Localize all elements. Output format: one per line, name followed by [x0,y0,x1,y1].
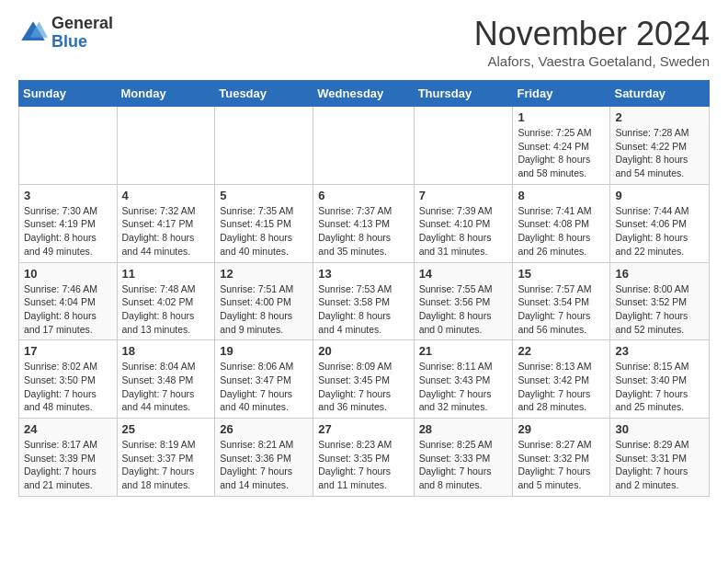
day-info: Sunrise: 8:25 AMSunset: 3:33 PMDaylight:… [419,438,508,492]
day-info: Sunrise: 8:15 AMSunset: 3:40 PMDaylight:… [615,360,704,414]
logo-blue-text: Blue [51,32,87,51]
day-info: Sunrise: 8:21 AMSunset: 3:36 PMDaylight:… [220,438,308,492]
day-cell: 22Sunrise: 8:13 AMSunset: 3:42 PMDayligh… [513,340,610,419]
day-number: 9 [615,189,704,202]
day-info: Sunrise: 7:30 AMSunset: 4:19 PMDaylight:… [24,204,112,259]
day-cell: 17Sunrise: 8:02 AMSunset: 3:50 PMDayligh… [19,340,118,419]
day-number: 3 [24,189,112,202]
day-cell: 9Sunrise: 7:44 AMSunset: 4:06 PMDaylight… [610,184,710,262]
day-cell: 20Sunrise: 8:09 AMSunset: 3:45 PMDayligh… [313,340,414,419]
day-number: 24 [24,422,112,436]
day-cell: 23Sunrise: 8:15 AMSunset: 3:40 PMDayligh… [610,340,710,419]
col-thursday: Thursday [414,81,513,107]
day-info: Sunrise: 7:32 AMSunset: 4:17 PMDaylight:… [122,204,210,259]
day-cell: 21Sunrise: 8:11 AMSunset: 3:43 PMDayligh… [414,340,513,419]
day-number: 21 [419,344,508,358]
day-info: Sunrise: 8:00 AMSunset: 3:52 PMDaylight:… [615,282,704,337]
day-number: 28 [419,422,508,436]
day-cell [117,107,215,185]
header: General Blue November 2024 Alafors, Vaes… [18,15,710,69]
day-number: 22 [518,344,605,358]
day-number: 2 [615,110,704,124]
day-info: Sunrise: 7:46 AMSunset: 4:04 PMDaylight:… [24,282,112,337]
week-row-2: 10Sunrise: 7:46 AMSunset: 4:04 PMDayligh… [19,262,710,340]
day-number: 11 [122,267,210,281]
day-info: Sunrise: 8:11 AMSunset: 3:43 PMDaylight:… [419,360,508,414]
day-info: Sunrise: 8:19 AMSunset: 3:37 PMDaylight:… [122,438,210,492]
day-cell: 3Sunrise: 7:30 AMSunset: 4:19 PMDaylight… [19,184,118,262]
day-info: Sunrise: 8:09 AMSunset: 3:45 PMDaylight:… [318,360,408,414]
day-info: Sunrise: 8:23 AMSunset: 3:35 PMDaylight:… [318,438,408,492]
day-cell [19,107,118,185]
day-info: Sunrise: 8:04 AMSunset: 3:48 PMDaylight:… [122,360,210,414]
day-info: Sunrise: 7:35 AMSunset: 4:15 PMDaylight:… [220,204,308,259]
month-title: November 2024 [474,15,710,53]
week-row-4: 24Sunrise: 8:17 AMSunset: 3:39 PMDayligh… [19,419,710,497]
day-cell: 7Sunrise: 7:39 AMSunset: 4:10 PMDaylight… [414,184,513,262]
day-cell: 25Sunrise: 8:19 AMSunset: 3:37 PMDayligh… [117,419,215,497]
day-cell: 28Sunrise: 8:25 AMSunset: 3:33 PMDayligh… [414,419,513,497]
day-info: Sunrise: 7:28 AMSunset: 4:22 PMDaylight:… [615,126,704,180]
day-info: Sunrise: 7:44 AMSunset: 4:06 PMDaylight:… [615,204,704,259]
day-number: 17 [24,344,112,358]
location: Alafors, Vaestra Goetaland, Sweden [474,53,710,69]
day-number: 10 [24,267,112,281]
logo: General Blue [18,15,113,52]
day-cell: 16Sunrise: 8:00 AMSunset: 3:52 PMDayligh… [610,262,710,340]
day-cell: 13Sunrise: 7:53 AMSunset: 3:58 PMDayligh… [313,262,414,340]
day-number: 4 [122,189,210,202]
day-cell: 2Sunrise: 7:28 AMSunset: 4:22 PMDaylight… [610,107,710,185]
col-wednesday: Wednesday [313,81,414,107]
day-cell: 6Sunrise: 7:37 AMSunset: 4:13 PMDaylight… [313,184,414,262]
day-number: 30 [615,422,704,436]
page: General Blue November 2024 Alafors, Vaes… [0,0,728,511]
day-cell: 1Sunrise: 7:25 AMSunset: 4:24 PMDaylight… [513,107,610,185]
day-info: Sunrise: 7:55 AMSunset: 3:56 PMDaylight:… [419,282,508,337]
day-number: 29 [518,422,605,436]
day-info: Sunrise: 8:13 AMSunset: 3:42 PMDaylight:… [518,360,605,414]
day-cell: 24Sunrise: 8:17 AMSunset: 3:39 PMDayligh… [19,419,118,497]
day-cell: 30Sunrise: 8:29 AMSunset: 3:31 PMDayligh… [610,419,710,497]
day-number: 23 [615,344,704,358]
day-cell [215,107,313,185]
day-cell: 5Sunrise: 7:35 AMSunset: 4:15 PMDaylight… [215,184,313,262]
day-number: 12 [220,267,308,281]
day-cell: 12Sunrise: 7:51 AMSunset: 4:00 PMDayligh… [215,262,313,340]
day-cell: 26Sunrise: 8:21 AMSunset: 3:36 PMDayligh… [215,419,313,497]
day-info: Sunrise: 7:25 AMSunset: 4:24 PMDaylight:… [518,126,605,180]
day-info: Sunrise: 8:27 AMSunset: 3:32 PMDaylight:… [518,438,605,492]
day-info: Sunrise: 8:02 AMSunset: 3:50 PMDaylight:… [24,360,112,414]
day-cell: 14Sunrise: 7:55 AMSunset: 3:56 PMDayligh… [414,262,513,340]
day-cell: 4Sunrise: 7:32 AMSunset: 4:17 PMDaylight… [117,184,215,262]
day-info: Sunrise: 7:39 AMSunset: 4:10 PMDaylight:… [419,204,508,259]
day-info: Sunrise: 8:06 AMSunset: 3:47 PMDaylight:… [220,360,308,414]
day-info: Sunrise: 7:37 AMSunset: 4:13 PMDaylight:… [318,204,408,259]
week-row-3: 17Sunrise: 8:02 AMSunset: 3:50 PMDayligh… [19,340,710,419]
day-number: 7 [419,189,508,202]
day-info: Sunrise: 7:57 AMSunset: 3:54 PMDaylight:… [518,282,605,337]
day-number: 26 [220,422,308,436]
col-tuesday: Tuesday [215,81,313,107]
day-number: 25 [122,422,210,436]
col-saturday: Saturday [610,81,710,107]
day-cell: 10Sunrise: 7:46 AMSunset: 4:04 PMDayligh… [19,262,118,340]
logo-icon [18,18,48,48]
day-number: 5 [220,189,308,202]
day-number: 19 [220,344,308,358]
day-cell: 15Sunrise: 7:57 AMSunset: 3:54 PMDayligh… [513,262,610,340]
calendar-body: 1Sunrise: 7:25 AMSunset: 4:24 PMDaylight… [19,107,710,497]
day-cell: 11Sunrise: 7:48 AMSunset: 4:02 PMDayligh… [117,262,215,340]
logo-text: General Blue [51,15,113,52]
title-block: November 2024 Alafors, Vaestra Goetaland… [474,15,710,69]
week-row-0: 1Sunrise: 7:25 AMSunset: 4:24 PMDaylight… [19,107,710,185]
day-info: Sunrise: 8:29 AMSunset: 3:31 PMDaylight:… [615,438,704,492]
day-number: 8 [518,189,605,202]
day-info: Sunrise: 7:53 AMSunset: 3:58 PMDaylight:… [318,282,408,337]
col-sunday: Sunday [19,81,118,107]
week-row-1: 3Sunrise: 7:30 AMSunset: 4:19 PMDaylight… [19,184,710,262]
day-number: 6 [318,189,408,202]
day-cell: 8Sunrise: 7:41 AMSunset: 4:08 PMDaylight… [513,184,610,262]
col-monday: Monday [117,81,215,107]
day-info: Sunrise: 7:51 AMSunset: 4:00 PMDaylight:… [220,282,308,337]
day-cell: 18Sunrise: 8:04 AMSunset: 3:48 PMDayligh… [117,340,215,419]
